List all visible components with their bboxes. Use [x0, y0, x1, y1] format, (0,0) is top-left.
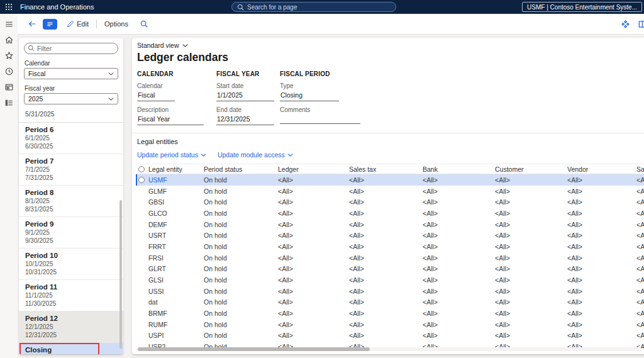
cell-entity[interactable]: GLMF	[147, 187, 203, 195]
options-button[interactable]: Options	[102, 20, 131, 28]
period-end-date: 12/31/2025	[25, 332, 117, 340]
column-header-customer[interactable]: Customer	[494, 165, 566, 173]
table-row[interactable]: GLMFOn hold<All><All><All><All><All><All…	[136, 186, 644, 197]
column-header-sales[interactable]: Sale	[635, 165, 644, 173]
book-panels-icon[interactable]	[638, 20, 644, 29]
cell-period-status: On hold	[203, 232, 277, 239]
period-item[interactable]: Period 88/1/20258/31/2025	[19, 186, 123, 217]
cell-vendor: <All>	[566, 321, 635, 328]
field-input[interactable]: 12/31/2025	[216, 114, 274, 125]
cell-entity[interactable]: BRMF	[147, 310, 203, 317]
company-selector[interactable]: USMF | Contoso Entertainment Syste...	[522, 2, 642, 12]
chevron-down-icon	[108, 98, 114, 101]
column-header-period-status[interactable]: Period status	[203, 165, 277, 173]
cell-entity[interactable]: USRT	[147, 232, 203, 239]
period-item[interactable]: Period 1212/1/202512/31/2025	[19, 311, 123, 343]
field-input[interactable]: Fiscal Year	[137, 114, 204, 125]
table-row[interactable]: FRRTOn hold<All><All><All><All><All><All…	[136, 241, 644, 252]
page-content: Calendar Fiscal Fiscal year 2025 5/31/20…	[18, 35, 644, 358]
edit-button[interactable]: Edit	[64, 20, 91, 28]
cell-period-status: On hold	[203, 176, 277, 184]
cell-entity[interactable]: GBSI	[147, 198, 203, 206]
cell-sales: <All>	[635, 221, 644, 228]
table-row[interactable]: USMFOn hold<All><All><All><All><All><All…	[136, 174, 644, 186]
cell-entity[interactable]: GLSI	[147, 276, 203, 284]
table-row[interactable]: datOn hold<All><All><All><All><All><All>	[136, 297, 644, 308]
table-row[interactable]: FRSIOn hold<All><All><All><All><All><All…	[136, 252, 644, 264]
horizontal-scrollbar-thumb[interactable]	[138, 347, 370, 351]
table-row[interactable]: RURTOn hold<All><All><All><All><All><All…	[136, 352, 644, 354]
vertical-scrollbar-thumb[interactable]	[119, 200, 122, 349]
column-header-vendor[interactable]: Vendor	[566, 165, 635, 173]
cell-sales: <All>	[635, 187, 644, 195]
menu-icon[interactable]	[1, 17, 16, 31]
table-row[interactable]: GLRTOn hold<All><All><All><All><All><All…	[136, 264, 644, 275]
cell-bank: <All>	[421, 276, 494, 284]
cell-entity[interactable]: GLRT	[147, 265, 203, 272]
app-launcher-icon[interactable]	[0, 0, 18, 14]
table-row[interactable]: USPIOn hold<All><All><All><All><All><All…	[136, 330, 644, 342]
field-input[interactable]: Closing	[280, 90, 339, 101]
period-item[interactable]: Period 99/1/20259/30/2025	[19, 217, 123, 249]
update-module-access-label: Update module access	[218, 151, 285, 159]
recent-icon[interactable]	[1, 64, 16, 79]
workspaces-icon[interactable]	[1, 80, 16, 94]
filter-input[interactable]	[24, 43, 118, 54]
cell-entity[interactable]: dat	[147, 298, 203, 306]
favorites-icon[interactable]	[1, 48, 16, 63]
field-input[interactable]	[280, 114, 360, 124]
table-row[interactable]: GLCOOn hold<All><All><All><All><All><All…	[136, 208, 644, 219]
toolbar-divider	[96, 20, 97, 28]
cell-entity[interactable]: RUMF	[147, 321, 203, 328]
table-row[interactable]: GLSIOn hold<All><All><All><All><All><All…	[136, 274, 644, 286]
calendar-select[interactable]: Fiscal	[24, 68, 118, 79]
column-header-entity[interactable]: Legal entity	[147, 165, 203, 173]
cell-entity[interactable]: USSI	[147, 288, 203, 295]
period-item[interactable]: Period 66/1/20256/30/2025	[19, 123, 123, 154]
modules-icon[interactable]	[1, 96, 16, 110]
table-row[interactable]: RUMFOn hold<All><All><All><All><All><All…	[136, 319, 644, 330]
cell-entity[interactable]: USPI	[147, 332, 203, 339]
cell-entity[interactable]: DEMF	[147, 221, 203, 228]
home-icon[interactable]	[1, 33, 16, 47]
cell-entity[interactable]: GLCO	[147, 210, 203, 217]
period-item[interactable]: Period 1111/1/202511/30/2025	[19, 280, 123, 311]
column-header-ledger[interactable]: Ledger	[277, 165, 348, 173]
period-start-date: 10/1/2025	[25, 260, 117, 269]
table-row[interactable]: DEMFOn hold<All><All><All><All><All><All…	[136, 219, 644, 230]
pencil-icon	[66, 20, 74, 28]
period-item[interactable]: Closing12/31/202512/31/2025	[19, 343, 123, 354]
field-group-heading: CALENDAR	[137, 70, 216, 77]
select-all-radio[interactable]	[138, 166, 145, 172]
view-list-button[interactable]	[43, 19, 57, 30]
horizontal-scrollbar[interactable]	[137, 347, 641, 351]
field-input[interactable]: Fiscal	[137, 90, 175, 101]
table-row[interactable]: USSIOn hold<All><All><All><All><All><All…	[136, 286, 644, 297]
row-radio-cell	[136, 177, 147, 183]
cell-entity[interactable]: USMF	[147, 176, 203, 184]
update-module-access-button[interactable]: Update module access	[218, 151, 293, 159]
column-header-sales-tax[interactable]: Sales tax	[348, 165, 421, 173]
cell-entity[interactable]: FRRT	[147, 243, 203, 250]
column-header-bank[interactable]: Bank	[421, 165, 494, 173]
field-input[interactable]: 1/1/2025	[216, 90, 274, 101]
row-radio[interactable]	[138, 177, 145, 183]
table-row[interactable]: BRMFOn hold<All><All><All><All><All><All…	[136, 308, 644, 319]
cell-vendor: <All>	[566, 276, 635, 284]
toolbar-search-icon[interactable]	[140, 20, 148, 28]
cell-period-status: On hold	[203, 254, 277, 262]
field-label: End date	[216, 106, 280, 113]
view-selector[interactable]: Standard view	[137, 42, 188, 49]
update-period-status-button[interactable]: Update period status	[137, 151, 206, 159]
fiscal-year-select[interactable]: 2025	[24, 93, 118, 104]
global-search-input[interactable]: Search for a page	[231, 2, 396, 12]
optimize-compass-icon[interactable]	[621, 20, 630, 29]
table-row[interactable]: GBSIOn hold<All><All><All><All><All><All…	[136, 196, 644, 208]
table-row[interactable]: USRTOn hold<All><All><All><All><All><All…	[136, 230, 644, 241]
period-item[interactable]: Period 77/1/20257/31/2025	[19, 154, 123, 186]
period-item[interactable]: Period 1010/1/202510/31/2025	[19, 249, 123, 280]
cell-bank: <All>	[421, 232, 494, 239]
cell-entity[interactable]: FRSI	[147, 254, 203, 262]
back-icon[interactable]	[25, 18, 39, 30]
cell-customer: <All>	[494, 276, 566, 284]
